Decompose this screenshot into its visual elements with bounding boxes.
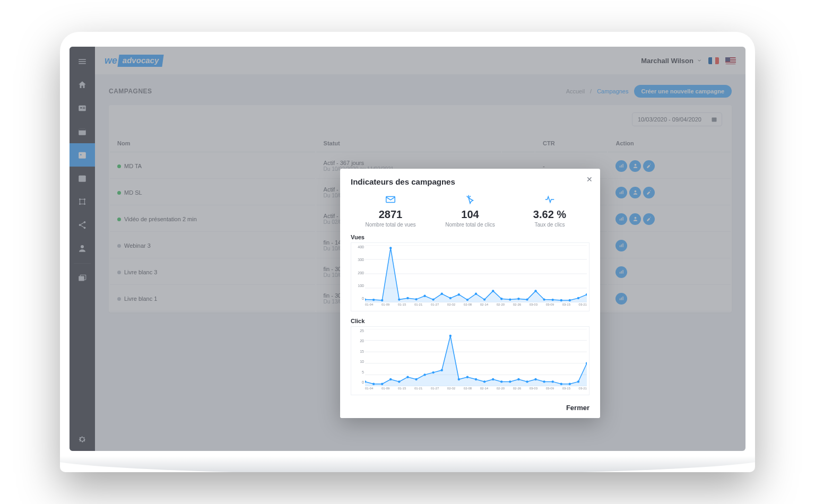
- svg-point-88: [432, 371, 434, 373]
- chart-vues: 400300200100001-0401-0901-1501-2101-2702…: [351, 242, 589, 311]
- svg-point-61: [483, 298, 485, 300]
- svg-point-105: [577, 380, 579, 383]
- svg-point-94: [483, 380, 485, 383]
- app-screen: we advocacy Marchall Wilson CAMPAGNES Ac…: [70, 47, 745, 451]
- svg-point-99: [526, 380, 528, 383]
- laptop-base: [60, 456, 755, 472]
- svg-point-98: [517, 378, 519, 380]
- svg-point-87: [423, 373, 426, 376]
- svg-point-96: [500, 380, 502, 383]
- svg-point-91: [458, 378, 460, 380]
- svg-point-86: [415, 378, 417, 380]
- svg-point-52: [406, 297, 409, 299]
- chart1-title: Vues: [351, 234, 589, 240]
- svg-point-49: [381, 299, 383, 301]
- pulse-icon: [510, 194, 589, 207]
- stat-label: Nombre total de vues: [351, 222, 430, 228]
- svg-point-93: [475, 378, 477, 380]
- svg-point-69: [552, 299, 554, 301]
- chart-plot: [365, 245, 587, 302]
- svg-point-82: [381, 383, 383, 385]
- svg-point-104: [569, 383, 571, 385]
- y-axis: 4003002001000: [352, 243, 364, 302]
- svg-point-65: [517, 298, 519, 300]
- stat-value: 3.62 %: [510, 208, 589, 221]
- svg-point-97: [509, 380, 511, 383]
- laptop-frame: we advocacy Marchall Wilson CAMPAGNES Ac…: [60, 32, 755, 472]
- svg-point-92: [466, 376, 469, 378]
- stat-pulse: 3.62 %Taux de clics: [510, 194, 589, 228]
- svg-point-102: [552, 380, 554, 383]
- svg-point-66: [526, 298, 528, 300]
- svg-point-60: [475, 293, 477, 295]
- stat-label: Taux de clics: [510, 222, 589, 228]
- svg-point-106: [586, 362, 587, 364]
- svg-point-58: [458, 293, 460, 296]
- modal-title: Indicateurs des campagnes: [351, 177, 589, 186]
- svg-point-55: [432, 298, 434, 300]
- svg-point-81: [372, 383, 375, 385]
- svg-point-64: [509, 298, 511, 300]
- svg-point-89: [441, 369, 443, 371]
- svg-point-50: [389, 247, 392, 249]
- svg-point-72: [577, 297, 579, 299]
- svg-point-70: [560, 299, 562, 301]
- chart-plot: [365, 329, 587, 386]
- svg-point-68: [543, 298, 545, 300]
- close-icon[interactable]: ✕: [586, 175, 593, 184]
- svg-point-90: [449, 335, 452, 337]
- svg-point-103: [560, 383, 562, 385]
- chart-click: 252015105001-0401-0901-1501-2101-2702-02…: [351, 326, 589, 395]
- x-axis: 01-0401-0901-1501-2101-2702-0202-0802-14…: [365, 303, 587, 310]
- svg-point-59: [466, 299, 469, 301]
- envelope-icon: [351, 194, 430, 207]
- y-axis: 2520151050: [352, 327, 364, 386]
- click-icon: [430, 194, 510, 207]
- svg-point-54: [423, 295, 426, 297]
- svg-point-84: [398, 380, 400, 383]
- stat-label: Nombre total de clics: [430, 222, 510, 228]
- close-button[interactable]: Fermer: [351, 404, 589, 412]
- stat-click: 104Nombre total de clics: [430, 194, 510, 228]
- svg-point-63: [500, 298, 502, 300]
- svg-point-83: [389, 378, 392, 380]
- svg-point-57: [449, 297, 452, 299]
- indicators-modal: Indicateurs des campagnes ✕ 2871Nombre t…: [340, 169, 600, 418]
- svg-point-62: [492, 290, 494, 292]
- svg-rect-41: [386, 197, 395, 203]
- svg-point-95: [492, 378, 494, 380]
- svg-point-100: [534, 378, 536, 380]
- main: we advocacy Marchall Wilson CAMPAGNES Ac…: [95, 47, 745, 451]
- svg-point-71: [569, 299, 571, 301]
- svg-point-48: [372, 299, 375, 301]
- stat-envelope: 2871Nombre total de vues: [351, 194, 430, 228]
- x-axis: 01-0401-0901-1501-2101-2702-0202-0802-14…: [365, 387, 587, 394]
- stat-value: 104: [430, 208, 510, 221]
- stat-value: 2871: [351, 208, 430, 221]
- svg-point-56: [441, 293, 443, 295]
- svg-point-101: [543, 380, 545, 383]
- svg-point-85: [406, 376, 409, 378]
- svg-point-53: [415, 298, 417, 300]
- svg-point-67: [534, 290, 536, 292]
- svg-point-51: [398, 298, 400, 300]
- chart2-title: Click: [351, 318, 589, 324]
